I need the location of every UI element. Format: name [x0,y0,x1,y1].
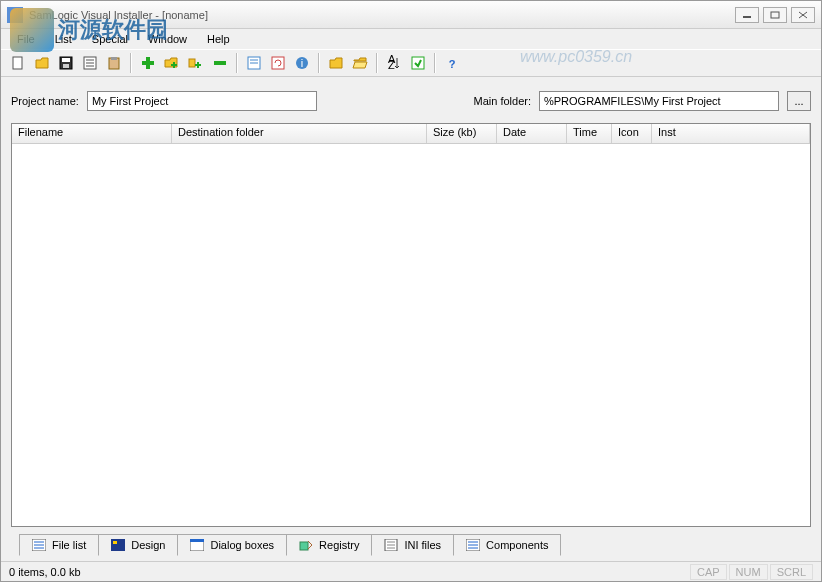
tabbar: File list Design Dialog boxes Registry I… [11,531,811,555]
col-filename[interactable]: Filename [12,124,172,143]
refresh-icon[interactable] [267,52,289,74]
menubar: File List Special Window Help [1,29,821,49]
svg-rect-15 [142,61,154,65]
minimize-button[interactable] [735,7,759,23]
svg-rect-40 [300,542,308,550]
paste-icon[interactable] [103,52,125,74]
app-icon [7,7,23,23]
menu-special[interactable]: Special [84,31,136,47]
svg-rect-36 [111,539,125,551]
main-window: SamLogic Visual Installer - [noname] Fil… [0,0,822,582]
statusbar: 0 items, 0.0 kb CAP NUM SCRL [1,561,821,581]
menu-window[interactable]: Window [140,31,195,47]
toolbar: i AZ ? [1,49,821,77]
add-folder-icon[interactable] [161,52,183,74]
tab-label: INI files [404,539,441,551]
svg-rect-20 [195,64,201,66]
design-icon [111,539,125,551]
status-cap: CAP [690,564,727,580]
svg-text:Z: Z [388,59,395,71]
tab-registry[interactable]: Registry [286,534,372,556]
titlebar: SamLogic Visual Installer - [noname] [1,1,821,29]
svg-rect-7 [63,64,69,68]
col-destination[interactable]: Destination folder [172,124,427,143]
tab-label: Registry [319,539,359,551]
separator [376,53,378,73]
tab-dialog-boxes[interactable]: Dialog boxes [177,534,287,556]
menu-list[interactable]: List [47,31,80,47]
status-scrl: SCRL [770,564,813,580]
save-icon[interactable] [55,52,77,74]
svg-rect-1 [771,12,779,18]
list-icon[interactable] [79,52,101,74]
add-icon[interactable] [137,52,159,74]
menu-file[interactable]: File [9,31,43,47]
menu-help[interactable]: Help [199,31,238,47]
svg-text:i: i [301,57,303,69]
dialog-icon [190,539,204,551]
properties-icon[interactable] [243,52,265,74]
project-row: Project name: Main folder: ... [11,91,811,111]
separator [130,53,132,73]
main-folder-input[interactable] [539,91,779,111]
browse-button[interactable]: ... [787,91,811,111]
info-icon[interactable]: i [291,52,313,74]
folder-open-icon[interactable] [349,52,371,74]
ini-icon [384,539,398,551]
svg-rect-25 [272,57,284,69]
main-folder-label: Main folder: [474,95,531,107]
col-date[interactable]: Date [497,124,567,143]
col-size[interactable]: Size (kb) [427,124,497,143]
add-multi-icon[interactable] [185,52,207,74]
svg-text:?: ? [449,58,456,70]
folder-icon[interactable] [325,52,347,74]
file-list: Filename Destination folder Size (kb) Da… [11,123,811,527]
content-area: Project name: Main folder: ... Filename … [1,77,821,561]
list-icon [32,539,46,551]
tab-components[interactable]: Components [453,534,561,556]
svg-rect-18 [189,59,195,67]
status-items: 0 items, 0.0 kb [9,566,81,578]
svg-rect-6 [62,58,70,62]
tab-label: File list [52,539,86,551]
remove-icon[interactable] [209,52,231,74]
close-button[interactable] [791,7,815,23]
col-time[interactable]: Time [567,124,612,143]
separator [434,53,436,73]
tab-design[interactable]: Design [98,534,178,556]
svg-rect-13 [111,57,117,60]
registry-icon [299,539,313,551]
separator [236,53,238,73]
separator [318,53,320,73]
col-icon[interactable]: Icon [612,124,652,143]
tab-label: Components [486,539,548,551]
tab-file-list[interactable]: File list [19,534,99,556]
goto-icon[interactable] [407,52,429,74]
sort-icon[interactable]: AZ [383,52,405,74]
open-icon[interactable] [31,52,53,74]
svg-rect-17 [171,64,177,66]
svg-rect-39 [190,539,204,542]
status-num: NUM [729,564,768,580]
svg-rect-37 [113,541,117,544]
tab-label: Design [131,539,165,551]
tab-label: Dialog boxes [210,539,274,551]
maximize-button[interactable] [763,7,787,23]
project-name-label: Project name: [11,95,79,107]
svg-rect-21 [214,61,226,65]
tab-ini-files[interactable]: INI files [371,534,454,556]
project-name-input[interactable] [87,91,317,111]
new-icon[interactable] [7,52,29,74]
list-header: Filename Destination folder Size (kb) Da… [12,124,810,144]
col-inst[interactable]: Inst [652,124,810,143]
list-body[interactable] [12,144,810,526]
components-icon [466,539,480,551]
help-icon[interactable]: ? [441,52,463,74]
window-title: SamLogic Visual Installer - [noname] [29,9,735,21]
svg-rect-4 [13,57,22,69]
